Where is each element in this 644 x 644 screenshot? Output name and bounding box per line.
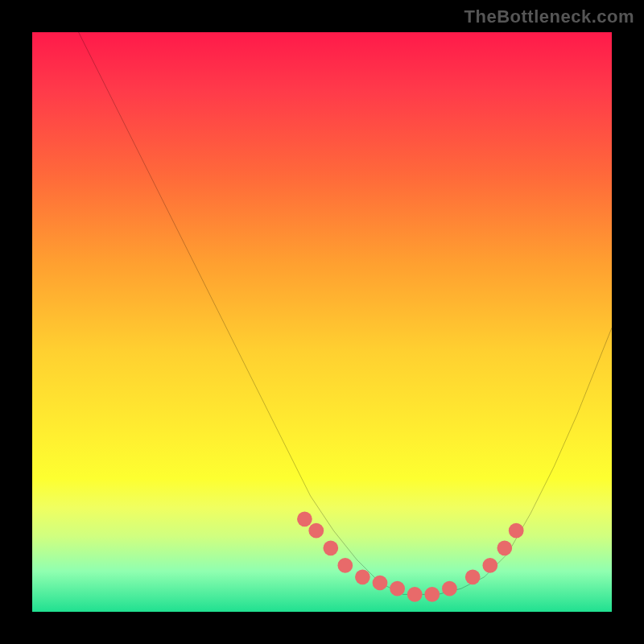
- marker-point: [308, 523, 324, 539]
- marker-point: [424, 587, 440, 602]
- marker-point: [509, 523, 524, 539]
- curve-svg: [32, 32, 612, 612]
- marker-point: [442, 581, 457, 597]
- marker-point: [407, 587, 423, 602]
- bottleneck-curve: [79, 32, 612, 594]
- watermark-text: TheBottleneck.com: [464, 6, 634, 27]
- plot-area: [32, 32, 612, 612]
- marker-point: [355, 569, 370, 584]
- marker-point: [373, 576, 388, 591]
- marker-point: [482, 558, 497, 573]
- marker-point: [497, 540, 512, 555]
- marker-point: [465, 569, 481, 584]
- highlight-markers: [297, 511, 524, 601]
- chart-container: TheBottleneck.com: [0, 0, 644, 644]
- marker-point: [390, 581, 405, 597]
- marker-point: [337, 558, 353, 573]
- marker-point: [323, 540, 338, 555]
- marker-point: [297, 511, 312, 526]
